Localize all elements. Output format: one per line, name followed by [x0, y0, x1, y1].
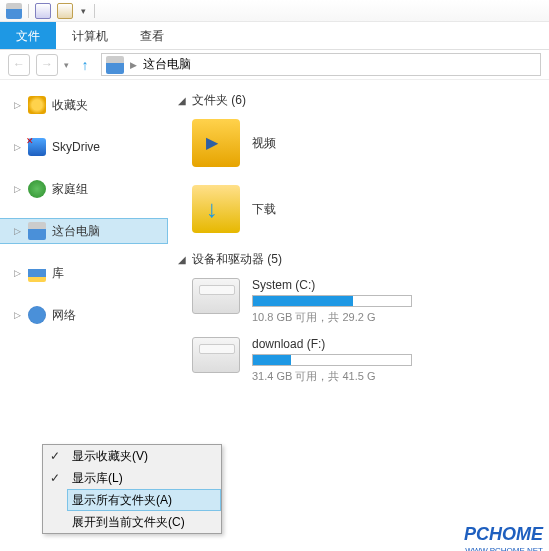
libraries-icon — [28, 264, 46, 282]
check-icon: ✓ — [43, 471, 67, 485]
drive-info: System (C:) 10.8 GB 可用，共 29.2 G — [252, 278, 549, 325]
expand-icon[interactable]: ▷ — [14, 142, 22, 152]
skydrive-icon — [28, 138, 46, 156]
watermark: PCHOME — [464, 524, 543, 545]
drive-name: download (F:) — [252, 337, 549, 351]
drive-item-c[interactable]: System (C:) 10.8 GB 可用，共 29.2 G — [192, 278, 549, 325]
drive-name: System (C:) — [252, 278, 549, 292]
drive-item-f[interactable]: download (F:) 31.4 GB 可用，共 41.5 G — [192, 337, 549, 384]
videos-folder-icon — [192, 119, 240, 167]
drive-info: download (F:) 31.4 GB 可用，共 41.5 G — [252, 337, 549, 384]
section-title: 设备和驱动器 (5) — [192, 251, 282, 268]
drive-icon — [192, 337, 240, 373]
pc-icon — [28, 222, 46, 240]
drive-stat: 10.8 GB 可用，共 29.2 G — [252, 310, 549, 325]
sidebar-item-label: 收藏夹 — [52, 97, 88, 114]
nav-history-dropdown[interactable]: ▾ — [64, 60, 69, 70]
sidebar-item-label: 库 — [52, 265, 64, 282]
folder-label: 视频 — [252, 135, 276, 152]
qat-properties-icon[interactable] — [35, 3, 51, 19]
expand-icon[interactable]: ▷ — [14, 268, 22, 278]
ctx-label: 显示收藏夹(V) — [67, 445, 221, 467]
expand-icon[interactable]: ▷ — [14, 184, 22, 194]
sidebar-item-libraries[interactable]: ▷ 库 — [0, 260, 168, 286]
qat-separator — [28, 4, 29, 18]
drive-stat: 31.4 GB 可用，共 41.5 G — [252, 369, 549, 384]
sidebar-item-favorites[interactable]: ▷ 收藏夹 — [0, 92, 168, 118]
context-menu: ✓ 显示收藏夹(V) ✓ 显示库(L) 显示所有文件夹(A) 展开到当前文件夹(… — [42, 444, 222, 534]
section-title: 文件夹 (6) — [192, 92, 246, 109]
titlebar: ▾ — [0, 0, 549, 22]
address-pc-icon — [106, 56, 124, 74]
homegroup-icon — [28, 180, 46, 198]
folder-item-videos[interactable]: 视频 — [192, 119, 549, 167]
qat-dropdown-icon[interactable]: ▾ — [79, 6, 88, 16]
sidebar-item-thispc[interactable]: ▷ 这台电脑 — [0, 218, 168, 244]
check-icon: ✓ — [43, 449, 67, 463]
expand-icon[interactable]: ▷ — [14, 100, 22, 110]
nav-back-button[interactable]: ← — [8, 54, 30, 76]
nav-up-button[interactable]: ↑ — [75, 55, 95, 75]
qat-newfolder-icon[interactable] — [57, 3, 73, 19]
nav-forward-button[interactable]: → — [36, 54, 58, 76]
downloads-folder-icon — [192, 185, 240, 233]
star-icon — [28, 96, 46, 114]
address-bar: ← → ▾ ↑ ▶ 这台电脑 — [0, 50, 549, 80]
ctx-label: 显示所有文件夹(A) — [67, 489, 221, 511]
sidebar-item-label: 这台电脑 — [52, 223, 100, 240]
expand-icon[interactable]: ▷ — [14, 310, 22, 320]
ribbon-tabs: 文件 计算机 查看 — [0, 22, 549, 50]
address-box[interactable]: ▶ 这台电脑 — [101, 53, 541, 76]
ctx-item-show-all-folders[interactable]: 显示所有文件夹(A) — [43, 489, 221, 511]
ctx-label: 显示库(L) — [67, 467, 221, 489]
titlebar-app-icon — [6, 3, 22, 19]
breadcrumb-separator-icon: ▶ — [130, 60, 137, 70]
tab-computer[interactable]: 计算机 — [56, 22, 124, 49]
content-pane: ◢ 文件夹 (6) 视频 下载 ◢ 设备和驱动器 (5) System (C:)… — [168, 80, 549, 551]
expand-icon[interactable]: ▷ — [14, 226, 22, 236]
sidebar-item-label: 网络 — [52, 307, 76, 324]
collapse-icon[interactable]: ◢ — [178, 254, 186, 265]
collapse-icon[interactable]: ◢ — [178, 95, 186, 106]
ctx-item-show-libraries[interactable]: ✓ 显示库(L) — [43, 467, 221, 489]
folder-item-downloads[interactable]: 下载 — [192, 185, 549, 233]
sidebar-item-skydrive[interactable]: ▷ SkyDrive — [0, 134, 168, 160]
folder-label: 下载 — [252, 201, 276, 218]
section-header-drives[interactable]: ◢ 设备和驱动器 (5) — [178, 251, 549, 268]
drive-usage-fill — [253, 355, 291, 365]
drive-usage-bar — [252, 354, 412, 366]
section-header-folders[interactable]: ◢ 文件夹 (6) — [178, 92, 549, 109]
tab-view[interactable]: 查看 — [124, 22, 180, 49]
network-icon — [28, 306, 46, 324]
tab-file[interactable]: 文件 — [0, 22, 56, 49]
qat-separator-2 — [94, 4, 95, 18]
ctx-label: 展开到当前文件夹(C) — [67, 511, 221, 533]
sidebar-item-network[interactable]: ▷ 网络 — [0, 302, 168, 328]
sidebar-item-homegroup[interactable]: ▷ 家庭组 — [0, 176, 168, 202]
sidebar-item-label: 家庭组 — [52, 181, 88, 198]
sidebar-item-label: SkyDrive — [52, 140, 100, 154]
watermark-sub: WWW.PCHOME.NET — [465, 546, 543, 551]
drive-usage-fill — [253, 296, 353, 306]
ctx-item-show-favorites[interactable]: ✓ 显示收藏夹(V) — [43, 445, 221, 467]
ctx-item-expand-current[interactable]: 展开到当前文件夹(C) — [43, 511, 221, 533]
drive-icon — [192, 278, 240, 314]
breadcrumb-crumb[interactable]: 这台电脑 — [143, 56, 191, 73]
drive-usage-bar — [252, 295, 412, 307]
